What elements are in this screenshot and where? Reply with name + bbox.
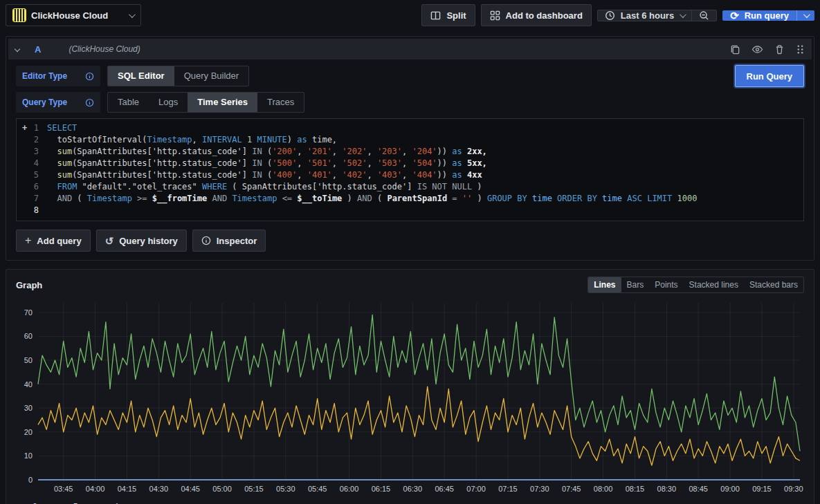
query-type-label: Query Type <box>22 97 67 107</box>
svg-text:08:30: 08:30 <box>657 485 677 493</box>
svg-text:08:15: 08:15 <box>626 485 645 493</box>
query-type-option-time-series[interactable]: Time Series <box>188 93 257 112</box>
graph-mode-points[interactable]: Points <box>649 277 683 292</box>
line-number: 2 <box>17 134 47 146</box>
svg-text:05:45: 05:45 <box>308 485 327 493</box>
sql-line: toStartOfInterval(Timestamp, INTERVAL 1 … <box>47 134 803 146</box>
svg-text:04:00: 04:00 <box>86 485 105 493</box>
svg-text:10: 10 <box>24 451 33 460</box>
query-editor-body: Editor Type SQL EditorQuery Builder Run … <box>6 62 814 221</box>
editor-type-chip: Editor Type <box>16 66 100 86</box>
editor-type-row: Editor Type SQL EditorQuery Builder Run … <box>16 66 804 86</box>
add-line-icon[interactable]: + <box>22 122 27 134</box>
add-query-label: Add query <box>37 236 81 246</box>
graph-header: Graph LinesBarsPointsStacked linesStacke… <box>13 275 807 297</box>
sql-code[interactable]: SELECT toStartOfInterval(Timestamp, INTE… <box>47 122 803 216</box>
explore-toolbar: ClickHouse Cloud Split Add to dashboard … <box>0 0 820 30</box>
graph-mode-lines[interactable]: Lines <box>588 277 621 292</box>
svg-text:07:15: 07:15 <box>498 485 518 493</box>
run-query-split-button[interactable]: ⟳ Run query <box>722 10 814 21</box>
remove-query-trash-icon[interactable] <box>774 44 785 55</box>
chevron-down-icon <box>803 11 810 18</box>
graph-mode-stacked-lines[interactable]: Stacked lines <box>684 277 744 292</box>
editor-type-toggle: SQL EditorQuery Builder <box>107 66 249 86</box>
graph-mode-stacked-bars[interactable]: Stacked bars <box>744 277 803 292</box>
svg-text:06:30: 06:30 <box>403 485 423 493</box>
svg-text:0: 0 <box>28 476 33 484</box>
query-type-option-traces[interactable]: Traces <box>257 93 304 112</box>
add-query-button[interactable]: + Add query <box>16 230 91 252</box>
time-controls: Last 6 hours <box>597 10 717 21</box>
query-type-option-table[interactable]: Table <box>108 93 149 112</box>
query-history-button[interactable]: ↺ Query history <box>96 230 187 252</box>
time-series-chart[interactable]: 01020304050607003:4504:0004:1504:3004:45… <box>13 297 807 496</box>
line-number: 1+ <box>17 122 47 134</box>
editor-gutter: 1+2345678 <box>17 122 47 216</box>
sql-line: AND ( Timestamp >= $__fromTime AND Times… <box>47 193 803 205</box>
time-range-label: Last 6 hours <box>621 10 674 21</box>
datasource-picker[interactable]: ClickHouse Cloud <box>6 4 141 26</box>
collapse-chevron-icon[interactable] <box>15 46 20 52</box>
history-icon: ↺ <box>105 236 114 246</box>
svg-text:07:30: 07:30 <box>530 485 549 493</box>
line-number: 4 <box>17 158 47 169</box>
split-icon <box>430 10 441 21</box>
svg-text:04:15: 04:15 <box>118 485 137 493</box>
svg-text:03:45: 03:45 <box>54 485 73 493</box>
series-line-5xx <box>38 386 800 465</box>
line-number: 3 <box>17 146 47 158</box>
query-ref-id: A <box>35 44 41 55</box>
svg-text:70: 70 <box>24 308 33 317</box>
query-type-row: Query Type TableLogsTime SeriesTraces <box>16 92 804 113</box>
sql-line: sum(SpanAttributes['http.status_code'] I… <box>47 169 803 181</box>
query-type-toggle: TableLogsTime SeriesTraces <box>107 92 304 113</box>
svg-text:04:30: 04:30 <box>149 485 169 493</box>
svg-text:40: 40 <box>24 380 33 389</box>
clickhouse-logo-icon <box>13 9 26 21</box>
run-query-button[interactable]: Run Query <box>735 65 804 87</box>
graph-style-toggle: LinesBarsPointsStacked linesStacked bars <box>587 277 804 293</box>
inspector-label: Inspector <box>217 236 257 246</box>
svg-text:08:45: 08:45 <box>689 485 708 493</box>
datasource-name: ClickHouse Cloud <box>31 10 123 21</box>
query-type-option-logs[interactable]: Logs <box>149 93 188 112</box>
svg-text:30: 30 <box>24 404 33 412</box>
drag-handle-icon[interactable] <box>796 44 805 55</box>
graph-panel: Graph LinesBarsPointsStacked linesStacke… <box>6 269 814 504</box>
duplicate-query-icon[interactable] <box>730 44 740 55</box>
sql-line: sum(SpanAttributes['http.status_code'] I… <box>47 158 803 169</box>
line-number: 5 <box>17 169 47 181</box>
run-query-dropdown[interactable] <box>797 10 814 21</box>
svg-text:05:00: 05:00 <box>212 485 232 493</box>
hide-response-eye-icon[interactable] <box>751 44 763 55</box>
svg-text:20: 20 <box>24 428 33 436</box>
clock-icon <box>605 10 615 21</box>
split-label: Split <box>446 10 466 21</box>
svg-text:05:30: 05:30 <box>276 485 295 493</box>
svg-text:04:45: 04:45 <box>181 485 200 493</box>
sql-code-editor[interactable]: 1+2345678 SELECT toStartOfInterval(Times… <box>16 118 804 221</box>
svg-text:06:15: 06:15 <box>372 485 391 493</box>
time-range-picker[interactable]: Last 6 hours <box>598 10 691 21</box>
inspector-button[interactable]: Inspector <box>192 230 266 252</box>
chevron-down-icon <box>680 11 686 18</box>
sql-line: sum(SpanAttributes['http.status_code'] I… <box>47 146 803 158</box>
query-row-container: A (ClickHouse Cloud) Editor Type SQL Edi… <box>6 36 814 261</box>
query-datasource-hint: (ClickHouse Cloud) <box>69 44 140 54</box>
run-query-main[interactable]: ⟳ Run query <box>722 10 796 21</box>
zoom-out-button[interactable] <box>692 10 716 21</box>
graph-title: Graph <box>16 280 42 290</box>
query-row-header[interactable]: A (ClickHouse Cloud) <box>8 39 812 59</box>
editor-type-option-query-builder[interactable]: Query Builder <box>174 66 248 86</box>
series-line-2xx <box>38 315 800 451</box>
graph-mode-bars[interactable]: Bars <box>621 277 650 292</box>
dashboard-grid-icon <box>490 10 500 21</box>
editor-type-option-sql-editor[interactable]: SQL Editor <box>108 66 174 86</box>
svg-text:07:00: 07:00 <box>466 485 486 493</box>
editor-type-label: Editor Type <box>22 71 67 81</box>
svg-text:06:45: 06:45 <box>435 485 454 493</box>
line-number: 7 <box>17 193 47 205</box>
split-button[interactable]: Split <box>421 4 475 26</box>
svg-text:07:45: 07:45 <box>562 485 581 493</box>
add-to-dashboard-button[interactable]: Add to dashboard <box>481 4 592 26</box>
